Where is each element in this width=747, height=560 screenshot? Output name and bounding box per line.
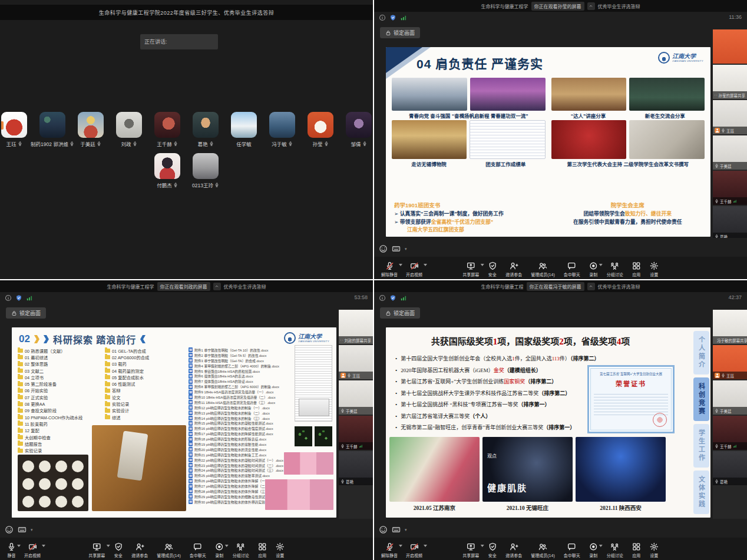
共享屏幕-button[interactable]: 共享屏幕 [462, 542, 479, 558]
设置-button[interactable]: 设置 [276, 542, 285, 558]
keyboard-icon[interactable] [18, 525, 27, 534]
应用-button[interactable]: 应用 [258, 542, 267, 558]
应用-button[interactable]: 应用 [632, 542, 641, 558]
participant-tile[interactable]: 葛艳 [192, 112, 219, 147]
filmstrip-thumbnail[interactable]: 王千赫 [713, 171, 747, 205]
邀请参会-button[interactable]: 邀请参会 [505, 261, 522, 277]
info-icon[interactable] [379, 294, 386, 301]
thumbnail-label: 冯于敏的屏幕共享 [713, 336, 747, 344]
meeting-timer: 53:58 [354, 294, 368, 300]
分组讨论-button[interactable]: 分组讨论 [607, 261, 623, 277]
security-shield-icon[interactable] [15, 294, 22, 301]
certificate-image: 第七届江苏省“互联网+”大学生创新创业大赛 荣誉证书 [587, 365, 675, 433]
caret-down-icon[interactable] [106, 545, 110, 547]
keyboard-icon[interactable] [392, 525, 401, 534]
emoji-reaction-icon[interactable] [379, 525, 388, 534]
filmstrip-thumbnail[interactable]: 于美廷 [713, 135, 747, 170]
pin-view-button[interactable]: 锁定画面 [380, 27, 420, 38]
participant-tile[interactable]: 王千赫 [154, 112, 181, 147]
participant-tile[interactable]: 于美廷 [77, 112, 104, 147]
录制-button[interactable]: 录制 [589, 542, 598, 558]
unmute-button[interactable]: 解除静音 [381, 261, 398, 277]
collapse-icon[interactable] [587, 283, 595, 290]
participant-filmstrip: › 孙莹的屏幕共享王珏于美廷王千赫葛艳 [713, 29, 747, 238]
filmstrip-thumbnail[interactable]: 葛艳 [713, 206, 747, 238]
filmstrip-thumbnail[interactable]: 于美廷 [339, 380, 373, 415]
会中聊天-button[interactable]: 会中聊天 [190, 542, 206, 558]
participant-name: 冯于敏 [272, 140, 293, 147]
info-icon[interactable] [5, 294, 12, 301]
filmstrip-thumbnail[interactable]: 葛艳 [339, 451, 373, 485]
participant-tile[interactable]: 付鹏杰 [154, 153, 181, 188]
participant-tile[interactable]: 王珏 [1, 112, 28, 147]
emoji-reaction-icon[interactable] [5, 525, 14, 534]
filmstrip-thumbnail[interactable]: 于美廷 [713, 380, 747, 415]
分组讨论-button[interactable]: 分组讨论 [607, 542, 623, 558]
apps-icon [258, 542, 267, 551]
security-shield-icon[interactable] [389, 14, 396, 21]
会中聊天-button[interactable]: 会中聊天 [564, 261, 580, 277]
participant-tile[interactable]: 制药1902 郭洪维 [39, 112, 66, 147]
participant-tile[interactable]: 0213王玲 [192, 153, 219, 188]
mic-icon [133, 141, 137, 146]
filmstrip-thumbnail[interactable]: 王珏 [713, 345, 747, 379]
presenter-badge-icon [715, 373, 720, 378]
participant-tile[interactable]: 邹倩 [345, 112, 372, 147]
collapse-icon[interactable] [587, 2, 595, 10]
caret-down-icon[interactable] [480, 545, 484, 547]
会中聊天-button[interactable]: 会中聊天 [564, 542, 580, 558]
设置-button[interactable]: 设置 [650, 542, 659, 558]
分组讨论-button[interactable]: 分组讨论 [233, 542, 249, 558]
录制-button[interactable]: 录制 [215, 542, 224, 558]
管理成员-button[interactable]: 管理成员(14) [531, 261, 554, 277]
unmute-button[interactable]: 解除静音 [381, 542, 398, 558]
filmstrip-thumbnail[interactable]: 王珏 [339, 345, 373, 379]
filmstrip-share-thumbnail[interactable]: 刘政的屏幕共享 [339, 310, 373, 344]
participant-name: 孙莹 [312, 140, 328, 147]
filmstrip-thumbnail[interactable]: 王千赫 [713, 416, 747, 450]
start-video-button[interactable]: 开启视频 [24, 542, 41, 558]
设置-button[interactable]: 设置 [650, 261, 659, 277]
caret-down-icon[interactable] [225, 545, 229, 547]
filmstrip-share-thumbnail[interactable]: 孙莹的屏幕共享 [713, 65, 747, 99]
word-doc-icon: W [189, 442, 193, 446]
participant-tile[interactable]: 孙莹 [307, 112, 334, 147]
collapse-icon[interactable] [213, 283, 221, 290]
mute-button[interactable]: 静音 [7, 542, 16, 558]
filmstrip-thumbnail[interactable] [713, 29, 747, 64]
filmstrip-thumbnail[interactable]: 王千赫 [339, 416, 373, 450]
caret-down-icon[interactable] [480, 264, 484, 266]
pin-view-button[interactable]: 锁定画面 [6, 307, 46, 319]
screenshare-quadrant-tr: 生命科学与健康工程学 你正在观看孙莹的屏幕 优秀毕业生评选答辩 11:36 锁定… [374, 0, 747, 279]
邀请参会-button[interactable]: 邀请参会 [505, 542, 522, 558]
filmstrip-thumbnail[interactable]: 王珏 [713, 100, 747, 134]
filmstrip-share-thumbnail[interactable]: 冯于敏的屏幕共享 [713, 310, 747, 344]
录制-button[interactable]: 录制 [589, 261, 598, 277]
folder-icon [18, 369, 23, 373]
安全-button[interactable]: 安全 [488, 542, 497, 558]
participant-tile[interactable]: 冯于敏 [269, 112, 296, 147]
caret-down-icon[interactable] [599, 545, 603, 547]
共享屏幕-button[interactable]: 共享屏幕 [88, 542, 105, 558]
filmstrip-thumbnail[interactable]: 葛艳 [713, 451, 747, 485]
start-video-button[interactable]: 开启视频 [406, 542, 422, 558]
doc-item: W附件18 pH响应释药型生物胶水的形貌表征.docx [189, 436, 293, 442]
caret-down-icon[interactable] [599, 264, 603, 266]
应用-button[interactable]: 应用 [632, 261, 641, 277]
participant-tile[interactable]: 刘政 [115, 112, 143, 147]
security-shield-icon[interactable] [389, 294, 396, 301]
keyboard-icon[interactable] [392, 244, 401, 253]
participant-tile[interactable]: 任学敏 [230, 112, 257, 147]
管理成员-button[interactable]: 管理成员(14) [157, 542, 180, 558]
emoji-reaction-icon[interactable] [379, 244, 388, 253]
管理成员-button[interactable]: 管理成员(14) [531, 542, 554, 558]
start-video-button[interactable]: 开启视频 [406, 261, 422, 277]
slide-title: 04 肩负责任 严谨务实 [417, 54, 543, 72]
info-icon[interactable] [379, 14, 386, 21]
pin-view-button[interactable]: 锁定画面 [380, 307, 420, 319]
邀请参会-button[interactable]: 邀请参会 [131, 542, 148, 558]
安全-button[interactable]: 安全 [114, 542, 123, 558]
thumbnail-label: 王珏 [713, 372, 747, 379]
安全-button[interactable]: 安全 [488, 261, 497, 277]
共享屏幕-button[interactable]: 共享屏幕 [462, 261, 479, 277]
